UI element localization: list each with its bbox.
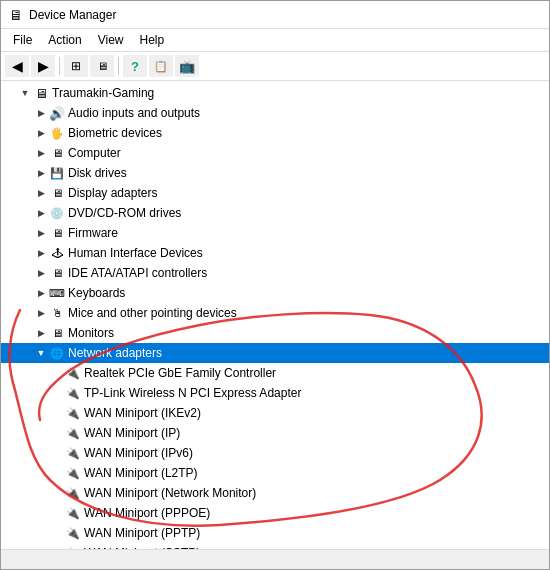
toolbar: ◀ ▶ ⊞ 🖥 ? 📋 📺	[1, 52, 549, 81]
dvd-expander[interactable]: ▶	[33, 205, 49, 221]
dvd-label: DVD/CD-ROM drives	[68, 206, 181, 220]
root-label: Traumakin-Gaming	[52, 86, 154, 100]
overview-button[interactable]: ⊞	[64, 55, 88, 77]
wan-netmon-label: WAN Miniport (Network Monitor)	[84, 486, 256, 500]
disk-icon: 💾	[49, 165, 65, 181]
realtek-label: Realtek PCIe GbE Family Controller	[84, 366, 276, 380]
mice-label: Mice and other pointing devices	[68, 306, 237, 320]
tree-item-wan-ip[interactable]: ▶ 🔌 WAN Miniport (IP)	[1, 423, 549, 443]
wan-ikev2-icon: 🔌	[65, 405, 81, 421]
wan-ip-label: WAN Miniport (IP)	[84, 426, 180, 440]
title-bar-text: Device Manager	[29, 8, 116, 22]
tree-item-ide[interactable]: ▶ 🖥 IDE ATA/ATAPI controllers	[1, 263, 549, 283]
disk-expander[interactable]: ▶	[33, 165, 49, 181]
menu-bar: File Action View Help	[1, 29, 549, 52]
tree-item-wan-pptp[interactable]: ▶ 🔌 WAN Miniport (PPTP)	[1, 523, 549, 543]
forward-button[interactable]: ▶	[31, 55, 55, 77]
tree-item-wan-pppoe[interactable]: ▶ 🔌 WAN Miniport (PPPOE)	[1, 503, 549, 523]
monitors-icon: 🖥	[49, 325, 65, 341]
computer-icon: 🖥	[33, 85, 49, 101]
display-icon: 🖥	[49, 185, 65, 201]
tree-item-wan-l2tp[interactable]: ▶ 🔌 WAN Miniport (L2TP)	[1, 463, 549, 483]
hid-icon: 🕹	[49, 245, 65, 261]
mice-expander[interactable]: ▶	[33, 305, 49, 321]
tree-item-biometric[interactable]: ▶ 🖐 Biometric devices	[1, 123, 549, 143]
wan-pppoe-icon: 🔌	[65, 505, 81, 521]
computer-expander[interactable]: ▶	[33, 145, 49, 161]
audio-label: Audio inputs and outputs	[68, 106, 200, 120]
monitors-label: Monitors	[68, 326, 114, 340]
status-bar	[1, 549, 549, 569]
biometric-icon: 🖐	[49, 125, 65, 141]
tree-item-wan-ikev2[interactable]: ▶ 🔌 WAN Miniport (IKEv2)	[1, 403, 549, 423]
title-bar: 🖥 Device Manager	[1, 1, 549, 29]
help-button[interactable]: ?	[123, 55, 147, 77]
monitors-expander[interactable]: ▶	[33, 325, 49, 341]
tree-item-firmware[interactable]: ▶ 🖥 Firmware	[1, 223, 549, 243]
menu-action[interactable]: Action	[40, 31, 89, 49]
ide-icon: 🖥	[49, 265, 65, 281]
tree-item-network[interactable]: ▼ 🌐 Network adapters	[1, 343, 549, 363]
wan-pppoe-label: WAN Miniport (PPPOE)	[84, 506, 210, 520]
keyboard-icon: ⌨	[49, 285, 65, 301]
tree-item-monitors[interactable]: ▶ 🖥 Monitors	[1, 323, 549, 343]
firmware-icon: 🖥	[49, 225, 65, 241]
tree-item-keyboards[interactable]: ▶ ⌨ Keyboards	[1, 283, 549, 303]
resources-button[interactable]: 📋	[149, 55, 173, 77]
back-button[interactable]: ◀	[5, 55, 29, 77]
tree-root[interactable]: ▼ 🖥 Traumakin-Gaming	[1, 83, 549, 103]
menu-file[interactable]: File	[5, 31, 40, 49]
audio-icon: 🔊	[49, 105, 65, 121]
title-bar-icon: 🖥	[9, 7, 23, 23]
wan-l2tp-icon: 🔌	[65, 465, 81, 481]
mice-icon: 🖱	[49, 305, 65, 321]
wan-ipv6-label: WAN Miniport (IPv6)	[84, 446, 193, 460]
keyboard-label: Keyboards	[68, 286, 125, 300]
network-label: Network adapters	[68, 346, 162, 360]
wan-netmon-icon: 🔌	[65, 485, 81, 501]
monitor-button[interactable]: 📺	[175, 55, 199, 77]
biometric-expander[interactable]: ▶	[33, 125, 49, 141]
toolbar-separator-2	[118, 57, 119, 75]
device-overview-button[interactable]: 🖥	[90, 55, 114, 77]
display-expander[interactable]: ▶	[33, 185, 49, 201]
realtek-icon: 🔌	[65, 365, 81, 381]
tree-item-wan-ipv6[interactable]: ▶ 🔌 WAN Miniport (IPv6)	[1, 443, 549, 463]
tplink-label: TP-Link Wireless N PCI Express Adapter	[84, 386, 301, 400]
display-label: Display adapters	[68, 186, 157, 200]
audio-expander[interactable]: ▶	[33, 105, 49, 121]
tree-item-mice[interactable]: ▶ 🖱 Mice and other pointing devices	[1, 303, 549, 323]
tree-item-wan-netmon[interactable]: ▶ 🔌 WAN Miniport (Network Monitor)	[1, 483, 549, 503]
wan-pptp-label: WAN Miniport (PPTP)	[84, 526, 200, 540]
tree-item-display[interactable]: ▶ 🖥 Display adapters	[1, 183, 549, 203]
tree-item-computer[interactable]: ▶ 🖥 Computer	[1, 143, 549, 163]
tree-item-disk[interactable]: ▶ 💾 Disk drives	[1, 163, 549, 183]
wan-ip-icon: 🔌	[65, 425, 81, 441]
wan-pptp-icon: 🔌	[65, 525, 81, 541]
dvd-icon: 💿	[49, 205, 65, 221]
tree-item-dvd[interactable]: ▶ 💿 DVD/CD-ROM drives	[1, 203, 549, 223]
tree-item-audio[interactable]: ▶ 🔊 Audio inputs and outputs	[1, 103, 549, 123]
device-tree[interactable]: ▼ 🖥 Traumakin-Gaming ▶ 🔊 Audio inputs an…	[1, 81, 549, 549]
ide-expander[interactable]: ▶	[33, 265, 49, 281]
network-expander[interactable]: ▼	[33, 345, 49, 361]
disk-label: Disk drives	[68, 166, 127, 180]
menu-view[interactable]: View	[90, 31, 132, 49]
root-expander[interactable]: ▼	[17, 85, 33, 101]
biometric-label: Biometric devices	[68, 126, 162, 140]
firmware-expander[interactable]: ▶	[33, 225, 49, 241]
keyboard-expander[interactable]: ▶	[33, 285, 49, 301]
tree-item-hid[interactable]: ▶ 🕹 Human Interface Devices	[1, 243, 549, 263]
menu-help[interactable]: Help	[132, 31, 173, 49]
tplink-icon: 🔌	[65, 385, 81, 401]
wan-l2tp-label: WAN Miniport (L2TP)	[84, 466, 198, 480]
ide-label: IDE ATA/ATAPI controllers	[68, 266, 207, 280]
hid-expander[interactable]: ▶	[33, 245, 49, 261]
tree-item-tplink[interactable]: ▶ 🔌 TP-Link Wireless N PCI Express Adapt…	[1, 383, 549, 403]
tree-item-realtek[interactable]: ▶ 🔌 Realtek PCIe GbE Family Controller	[1, 363, 549, 383]
wan-ipv6-icon: 🔌	[65, 445, 81, 461]
realtek-spacer: ▶	[49, 365, 65, 381]
wan-ikev2-label: WAN Miniport (IKEv2)	[84, 406, 201, 420]
hid-label: Human Interface Devices	[68, 246, 203, 260]
toolbar-separator-1	[59, 57, 60, 75]
